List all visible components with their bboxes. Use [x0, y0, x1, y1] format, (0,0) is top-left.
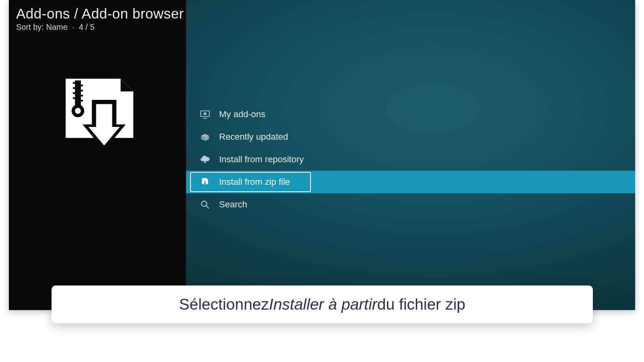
menu-list: My add-ons Recently updated — [186, 103, 635, 216]
sort-line: Sort by: Name · 4 / 5 — [16, 23, 178, 32]
kodi-window: Add-ons / Add-on browser Sort by: Name ·… — [9, 0, 635, 310]
menu-item-label: My add-ons — [219, 109, 265, 120]
menu-item-label: Recently updated — [219, 132, 288, 142]
svg-rect-4 — [81, 90, 83, 91]
menu-item-label: Search — [219, 199, 247, 210]
zip-download-icon — [200, 177, 219, 187]
svg-rect-12 — [204, 113, 207, 115]
svg-rect-6 — [81, 95, 83, 96]
menu-item-label: Install from zip file — [219, 177, 290, 187]
svg-rect-5 — [73, 92, 75, 94]
menu-item-recently-updated[interactable]: Recently updated — [186, 126, 635, 148]
caption-italic: Installer à partir — [269, 296, 377, 313]
open-box-icon — [200, 132, 219, 142]
menu-item-install-from-repository[interactable]: Install from repository — [186, 148, 635, 171]
cloud-download-icon — [200, 154, 219, 165]
right-panel: My add-ons Recently updated — [186, 0, 635, 310]
svg-rect-8 — [81, 100, 83, 101]
caption-bar: Sélectionnez Installer à partir du fichi… — [52, 285, 593, 323]
sort-label: Sort by: Name — [16, 23, 68, 31]
svg-point-9 — [73, 106, 83, 116]
svg-rect-3 — [73, 87, 75, 89]
menu-item-install-from-zip[interactable]: Install from zip file — [186, 171, 635, 193]
monitor-box-icon — [200, 109, 219, 120]
svg-line-14 — [206, 206, 209, 209]
list-position: 4 / 5 — [79, 23, 95, 31]
svg-rect-2 — [81, 85, 83, 86]
left-panel: Add-ons / Add-on browser Sort by: Name ·… — [9, 0, 186, 310]
addon-download-icon — [57, 72, 142, 161]
caption-suffix: du fichier zip — [377, 296, 466, 313]
menu-item-my-addons[interactable]: My add-ons — [186, 103, 635, 126]
dot-separator: · — [70, 23, 79, 31]
menu-item-search[interactable]: Search — [186, 193, 635, 216]
svg-rect-1 — [73, 82, 75, 84]
search-icon — [200, 199, 219, 210]
caption-prefix: Sélectionnez — [179, 296, 269, 313]
svg-rect-0 — [75, 81, 81, 108]
svg-point-13 — [201, 201, 207, 206]
breadcrumb: Add-ons / Add-on browser — [16, 6, 178, 22]
menu-item-label: Install from repository — [219, 154, 304, 165]
svg-rect-7 — [73, 97, 75, 99]
